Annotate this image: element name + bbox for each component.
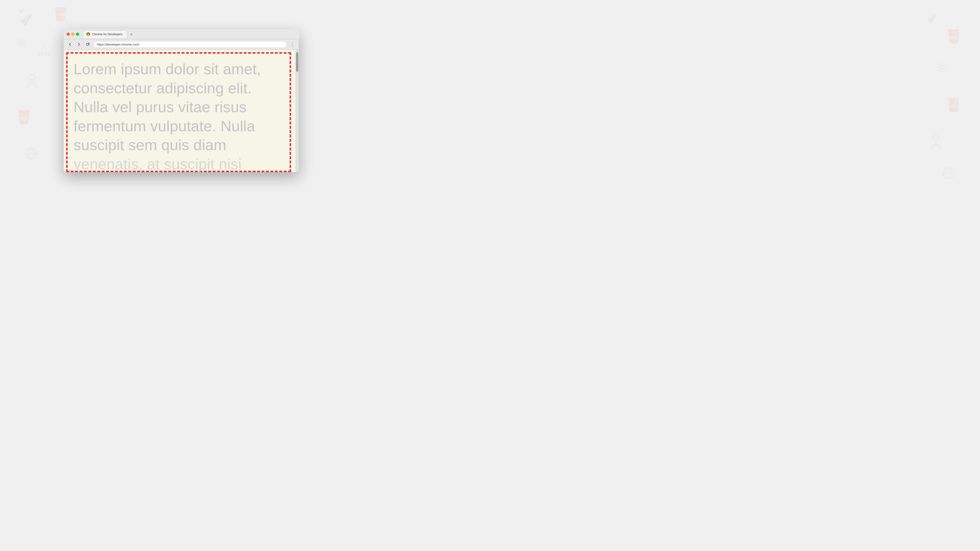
lorem-text: Lorem ipsum dolor sit amet, consectetur … xyxy=(71,55,288,172)
tab-favicon xyxy=(86,32,90,36)
close-button[interactable] xyxy=(67,33,70,36)
svg-point-4 xyxy=(19,41,23,45)
bg-icon-gear-2 xyxy=(936,61,948,75)
svg-point-21 xyxy=(946,168,951,178)
svg-point-9 xyxy=(26,148,37,159)
refresh-button[interactable] xyxy=(84,41,91,48)
new-tab-button[interactable]: + xyxy=(128,31,135,38)
svg-marker-17 xyxy=(953,99,958,111)
scrollbar-thumb[interactable] xyxy=(296,52,298,72)
title-bar: Chrome for Developers + xyxy=(64,29,299,39)
svg-text:HTML: HTML xyxy=(950,36,958,40)
tab-title: Chrome for Developers xyxy=(92,33,124,36)
bg-icon-gear-1 xyxy=(15,37,27,50)
bg-icon-rocket-2: 🚀 xyxy=(927,15,936,23)
svg-text:HTML: HTML xyxy=(950,105,958,108)
svg-text:🚀: 🚀 xyxy=(20,9,23,13)
back-button[interactable] xyxy=(67,41,73,48)
tab-bar: Chrome for Developers + xyxy=(81,30,296,38)
content-area: Lorem ipsum dolor sit amet, consectetur … xyxy=(64,50,296,172)
bg-icon-person-1 xyxy=(24,73,39,92)
svg-marker-6 xyxy=(18,110,29,125)
svg-text:HTML: HTML xyxy=(57,13,67,17)
scrollbar[interactable] xyxy=(296,50,299,172)
bg-icon-html-4: HTML xyxy=(947,98,960,115)
bg-icon-rocket-1: 🚀 xyxy=(20,15,32,26)
bg-icon-html-1: HTML xyxy=(54,7,67,25)
svg-point-15 xyxy=(940,65,944,69)
svg-point-5 xyxy=(29,74,35,80)
refresh-icon xyxy=(86,42,90,46)
address-bar: ⋮ xyxy=(64,39,299,50)
bg-icon-recycle-1 xyxy=(38,44,50,57)
browser-window: Chrome for Developers + ⋮ xyxy=(64,29,299,172)
svg-marker-13 xyxy=(953,30,958,43)
menu-button[interactable]: ⋮ xyxy=(289,41,296,48)
back-icon xyxy=(68,42,72,46)
maximize-button[interactable] xyxy=(76,33,79,36)
forward-icon xyxy=(77,42,81,46)
partial-text: venenatis, at suscipit nisi eleifend. Nu… xyxy=(73,156,258,172)
active-tab[interactable]: Chrome for Developers xyxy=(83,30,127,38)
url-input[interactable] xyxy=(93,41,286,48)
svg-marker-12 xyxy=(948,29,959,44)
bg-icon-world-1 xyxy=(24,147,38,161)
bg-icon-html-3: HTML xyxy=(947,29,960,46)
favicon-center xyxy=(88,33,89,35)
forward-button[interactable] xyxy=(75,41,82,48)
bg-icon-html-2: HTML xyxy=(17,110,30,128)
svg-point-20 xyxy=(943,168,954,178)
svg-point-19 xyxy=(933,135,939,141)
bg-deco-1: 🚀 xyxy=(20,5,34,20)
svg-marker-1 xyxy=(55,7,66,22)
traffic-lights xyxy=(67,33,79,36)
bg-icon-world-2 xyxy=(942,167,956,181)
browser-content: Lorem ipsum dolor sit amet, consectetur … xyxy=(64,50,299,172)
svg-marker-16 xyxy=(948,98,959,113)
svg-point-10 xyxy=(29,148,33,159)
svg-marker-2 xyxy=(60,9,65,21)
minimize-button[interactable] xyxy=(71,33,75,36)
svg-marker-7 xyxy=(24,111,29,124)
svg-text:HTML: HTML xyxy=(20,117,28,120)
bg-icon-person-2 xyxy=(929,135,943,153)
